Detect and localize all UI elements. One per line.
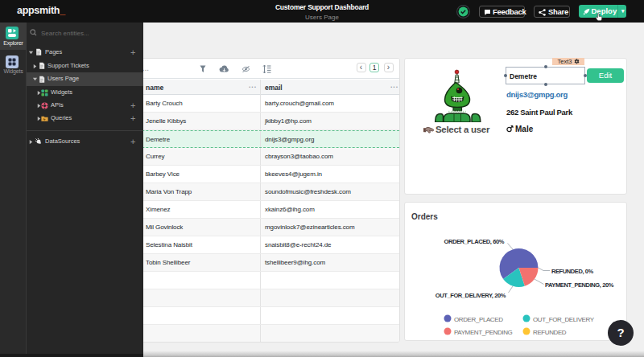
svg-text:PAYMENT_PENDING, 20%: PAYMENT_PENDING, 20% [545, 281, 614, 289]
svg-text:PAYMENT_PENDING: PAYMENT_PENDING [454, 329, 513, 336]
svg-text:OUT_FOR_DELIVERY: OUT_FOR_DELIVERY [533, 316, 595, 323]
svg-text:REFUNDED: REFUNDED [533, 329, 567, 336]
svg-text:ORDER_PLACED: ORDER_PLACED [454, 316, 503, 323]
svg-text:OUT_FOR_DELIVERY, 20%: OUT_FOR_DELIVERY, 20% [436, 292, 506, 299]
svg-text:ORDER_PLACED, 60%: ORDER_PLACED, 60% [444, 238, 505, 245]
svg-text:REFUNDED, 0%: REFUNDED, 0% [551, 268, 594, 275]
